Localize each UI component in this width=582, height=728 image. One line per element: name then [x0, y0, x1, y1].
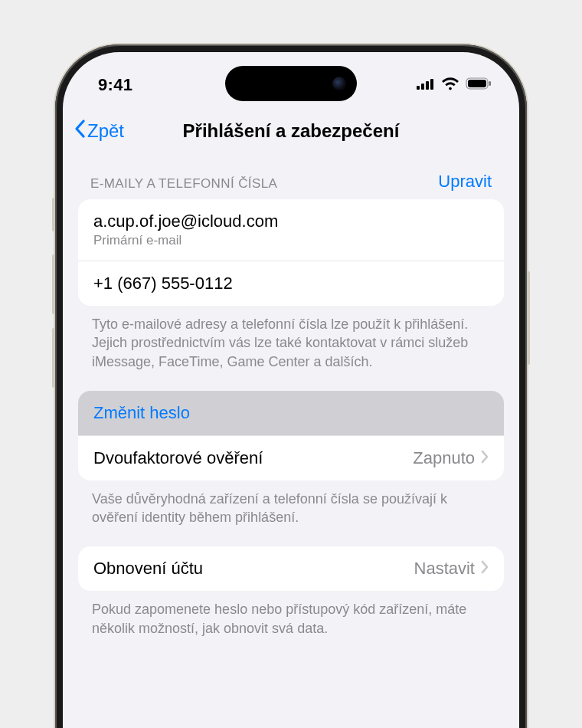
contacts-card: a.cup.of.joe@icloud.com Primární e-mail …: [78, 199, 504, 306]
svg-rect-6: [489, 81, 492, 86]
battery-icon: [466, 77, 492, 93]
svg-rect-5: [468, 80, 486, 87]
svg-rect-0: [417, 86, 420, 90]
account-recovery-label: Obnovení účtu: [93, 559, 203, 579]
svg-rect-2: [426, 81, 429, 90]
volume-up-button: [52, 254, 55, 314]
phone-value: +1 (667) 555-0112: [93, 274, 233, 293]
contacts-header-label: E-MAILY A TELEFONNÍ ČÍSLA: [90, 176, 277, 192]
chevron-right-icon: [481, 450, 489, 467]
svg-rect-3: [430, 79, 433, 90]
contacts-section-header: E-MAILY A TELEFONNÍ ČÍSLA Upravit: [78, 161, 504, 199]
wifi-icon: [441, 77, 459, 93]
security-footer: Vaše důvěryhodná zařízení a telefonní čí…: [78, 480, 504, 547]
two-factor-value: Zapnuto: [413, 448, 475, 468]
recovery-card: Obnovení účtu Nastavit: [78, 546, 504, 591]
back-label: Zpět: [87, 120, 124, 142]
recovery-footer: Pokud zapomenete heslo nebo přístupový k…: [78, 591, 504, 657]
back-button[interactable]: Zpět: [74, 120, 124, 143]
email-value: a.cup.of.joe@icloud.com: [93, 212, 278, 231]
phone-screen: 9:41 Zpět Přihlášení a zabezpeč: [63, 52, 519, 728]
svg-rect-1: [421, 84, 424, 90]
front-camera: [332, 77, 346, 90]
status-icons: [417, 77, 492, 93]
phone-frame: 9:41 Zpět Přihlášení a zabezpeč: [55, 44, 527, 728]
contacts-footer: Tyto e-mailové adresy a telefonní čísla …: [78, 306, 504, 391]
power-button: [527, 271, 530, 365]
account-recovery-row[interactable]: Obnovení účtu Nastavit: [78, 546, 504, 591]
page-title: Přihlášení a zabezpečení: [63, 120, 519, 142]
volume-down-button: [52, 328, 55, 388]
cellular-icon: [417, 78, 435, 93]
phone-row[interactable]: +1 (667) 555-0112: [78, 261, 504, 306]
volume-switch: [52, 198, 55, 231]
edit-button[interactable]: Upravit: [438, 172, 492, 192]
security-card: Změnit heslo Dvoufaktorové ověření Zapnu…: [78, 391, 504, 480]
chevron-right-icon: [481, 560, 489, 577]
chevron-left-icon: [74, 120, 86, 143]
status-time: 9:41: [98, 75, 132, 95]
nav-bar: Zpět Přihlášení a zabezpečení: [63, 101, 519, 161]
two-factor-label: Dvoufaktorové ověření: [93, 448, 263, 468]
two-factor-row[interactable]: Dvoufaktorové ověření Zapnuto: [78, 435, 504, 480]
change-password-row[interactable]: Změnit heslo: [78, 391, 504, 435]
content: E-MAILY A TELEFONNÍ ČÍSLA Upravit a.cup.…: [63, 161, 519, 688]
change-password-label: Změnit heslo: [93, 403, 190, 423]
dynamic-island: [225, 66, 357, 101]
email-sub: Primární e-mail: [93, 233, 278, 248]
account-recovery-value: Nastavit: [414, 559, 475, 579]
email-row[interactable]: a.cup.of.joe@icloud.com Primární e-mail: [78, 199, 504, 261]
